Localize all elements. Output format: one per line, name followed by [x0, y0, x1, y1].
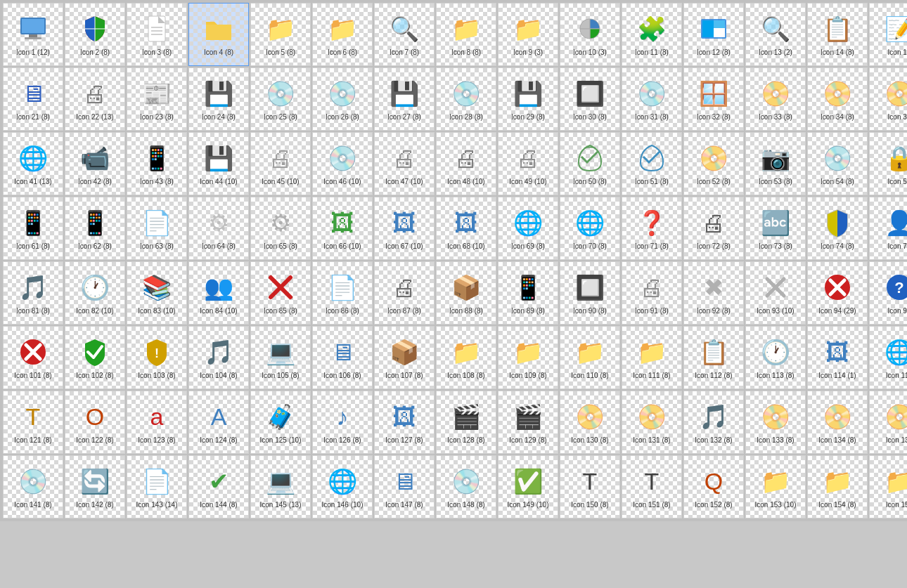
icon-cell-114[interactable]: 🖼Icon 114 (1): [807, 326, 868, 389]
icon-cell-128[interactable]: 🎬Icon 128 (8): [436, 391, 496, 454]
icon-cell-124[interactable]: AIcon 124 (8): [188, 391, 249, 454]
icon-cell-125[interactable]: 🧳Icon 125 (10): [250, 391, 311, 454]
icon-cell-42[interactable]: 📹Icon 42 (8): [65, 132, 125, 195]
icon-cell-102[interactable]: Icon 102 (8): [65, 326, 125, 389]
icon-cell-55[interactable]: 🔒Icon 55: [869, 132, 907, 195]
icon-cell-62[interactable]: 📱Icon 62 (8): [65, 197, 125, 260]
icon-cell-108[interactable]: 📁Icon 108 (8): [436, 326, 496, 389]
icon-cell-71[interactable]: ❓Icon 71 (8): [622, 197, 682, 260]
icon-cell-110[interactable]: 📁Icon 110 (8): [560, 326, 620, 389]
icon-cell-73[interactable]: 🔤Icon 73 (8): [745, 197, 806, 260]
icon-cell-8[interactable]: 📁Icon 8 (8): [436, 3, 496, 66]
icon-cell-91[interactable]: 🖨Icon 91 (8): [622, 261, 682, 325]
icon-cell-101[interactable]: Icon 101 (8): [3, 326, 63, 389]
icon-cell-7[interactable]: 🔍Icon 7 (8): [374, 3, 435, 66]
icon-cell-45[interactable]: 🖨Icon 45 (10): [250, 132, 311, 195]
icon-cell-149[interactable]: ✅Icon 149 (10): [498, 455, 558, 518]
icon-cell-132[interactable]: 🎵Icon 132 (8): [683, 391, 744, 454]
icon-cell-84[interactable]: 👥Icon 84 (10): [188, 261, 249, 325]
icon-cell-9[interactable]: 📁Icon 9 (3): [498, 3, 558, 66]
icon-cell-34[interactable]: 📀Icon 34 (8): [807, 67, 868, 131]
icon-cell-135[interactable]: 📀Icon 135: [869, 391, 907, 454]
icon-cell-23[interactable]: 📰Icon 23 (8): [127, 67, 187, 131]
icon-cell-51[interactable]: Icon 51 (8): [622, 132, 682, 195]
icon-cell-44[interactable]: 💾Icon 44 (10): [188, 132, 249, 195]
icon-cell-24[interactable]: 💾Icon 24 (8): [188, 67, 249, 131]
icon-cell-123[interactable]: aIcon 123 (8): [127, 391, 187, 454]
icon-cell-155[interactable]: 📁Icon 155: [869, 455, 907, 518]
icon-cell-15[interactable]: 📝Icon 15: [869, 3, 907, 66]
icon-cell-63[interactable]: 📄Icon 63 (8): [127, 197, 187, 260]
icon-cell-1[interactable]: Icon 1 (12): [3, 3, 63, 66]
icon-cell-43[interactable]: 📱Icon 43 (8): [127, 132, 187, 195]
icon-cell-41[interactable]: 🌐Icon 41 (13): [3, 132, 63, 195]
icon-cell-122[interactable]: OIcon 122 (8): [65, 391, 125, 454]
icon-cell-111[interactable]: 📁Icon 111 (8): [622, 326, 682, 389]
icon-cell-22[interactable]: 🖨Icon 22 (13): [65, 67, 125, 131]
icon-cell-74[interactable]: Icon 74 (8): [807, 197, 868, 260]
icon-cell-87[interactable]: 🖨Icon 87 (8): [374, 261, 435, 325]
icon-cell-126[interactable]: ♪Icon 126 (8): [312, 391, 373, 454]
icon-cell-75[interactable]: 👤Icon 75: [869, 197, 907, 260]
icon-cell-11[interactable]: 🧩Icon 11 (8): [622, 3, 682, 66]
icon-cell-89[interactable]: 📱Icon 89 (8): [498, 261, 558, 325]
icon-cell-129[interactable]: 🎬Icon 129 (8): [498, 391, 558, 454]
icon-cell-113[interactable]: 🕐Icon 113 (8): [745, 326, 806, 389]
icon-cell-68[interactable]: 🖼Icon 68 (10): [436, 197, 496, 260]
icon-cell-131[interactable]: 📀Icon 131 (8): [622, 391, 682, 454]
icon-cell-35[interactable]: 📀Icon 35: [869, 67, 907, 131]
icon-cell-142[interactable]: 🔄Icon 142 (8): [65, 455, 125, 518]
icon-cell-2[interactable]: Icon 2 (8): [65, 3, 125, 66]
icon-cell-3[interactable]: Icon 3 (8): [127, 3, 187, 66]
icon-cell-49[interactable]: 🖨Icon 49 (10): [498, 132, 558, 195]
icon-cell-10[interactable]: Icon 10 (3): [560, 3, 620, 66]
icon-cell-30[interactable]: 🔲Icon 30 (8): [560, 67, 620, 131]
icon-cell-46[interactable]: 💿Icon 46 (10): [312, 132, 373, 195]
icon-cell-85[interactable]: Icon 85 (8): [250, 261, 311, 325]
icon-cell-61[interactable]: 📱Icon 61 (8): [3, 197, 63, 260]
icon-cell-53[interactable]: 📷Icon 53 (8): [745, 132, 806, 195]
icon-cell-133[interactable]: 📀Icon 133 (8): [745, 391, 806, 454]
icon-cell-146[interactable]: 🌐Icon 146 (10): [312, 455, 373, 518]
icon-cell-64[interactable]: ⚙Icon 64 (8): [188, 197, 249, 260]
icon-cell-105[interactable]: 💻Icon 105 (8): [250, 326, 311, 389]
icon-cell-152[interactable]: QIcon 152 (8): [683, 455, 744, 518]
icon-cell-66[interactable]: 🖼Icon 66 (10): [312, 197, 373, 260]
icon-cell-47[interactable]: 🖨Icon 47 (10): [374, 132, 435, 195]
icon-cell-50[interactable]: Icon 50 (8): [560, 132, 620, 195]
icon-cell-103[interactable]: !Icon 103 (8): [127, 326, 187, 389]
icon-cell-25[interactable]: 💿Icon 25 (8): [250, 67, 311, 131]
icon-cell-94[interactable]: Icon 94 (29): [807, 261, 868, 325]
icon-cell-29[interactable]: 💾Icon 29 (8): [498, 67, 558, 131]
icon-cell-151[interactable]: TIcon 151 (8): [622, 455, 682, 518]
icon-cell-147[interactable]: 🖥Icon 147 (8): [374, 455, 435, 518]
icon-cell-90[interactable]: 🔲Icon 90 (8): [560, 261, 620, 325]
icon-cell-12[interactable]: Icon 12 (8): [683, 3, 744, 66]
icon-cell-54[interactable]: 💿Icon 54 (8): [807, 132, 868, 195]
icon-cell-150[interactable]: TIcon 150 (8): [560, 455, 620, 518]
icon-cell-148[interactable]: 💿Icon 148 (8): [436, 455, 496, 518]
icon-cell-13[interactable]: 🔍Icon 13 (2): [745, 3, 806, 66]
icon-cell-144[interactable]: ✔Icon 144 (8): [188, 455, 249, 518]
icon-cell-52[interactable]: 📀Icon 52 (8): [683, 132, 744, 195]
icon-cell-88[interactable]: 📦Icon 88 (8): [436, 261, 496, 325]
icon-cell-95[interactable]: ?Icon 95: [869, 261, 907, 325]
icon-cell-6[interactable]: 📁Icon 6 (8): [312, 3, 373, 66]
icon-cell-26[interactable]: 💿Icon 26 (8): [312, 67, 373, 131]
icon-cell-141[interactable]: 💿Icon 141 (8): [3, 455, 63, 518]
icon-cell-48[interactable]: 🖨Icon 48 (10): [436, 132, 496, 195]
icon-cell-67[interactable]: 🖼Icon 67 (10): [374, 197, 435, 260]
icon-cell-153[interactable]: 📁Icon 153 (10): [745, 455, 806, 518]
icon-cell-72[interactable]: 🖨Icon 72 (8): [683, 197, 744, 260]
icon-cell-86[interactable]: 📄Icon 86 (8): [312, 261, 373, 325]
icon-cell-28[interactable]: 💿Icon 28 (8): [436, 67, 496, 131]
icon-cell-65[interactable]: ⚙Icon 65 (8): [250, 197, 311, 260]
icon-cell-109[interactable]: 📁Icon 109 (8): [498, 326, 558, 389]
icon-cell-81[interactable]: 🎵Icon 81 (8): [3, 261, 63, 325]
icon-cell-127[interactable]: 🖼Icon 127 (8): [374, 391, 435, 454]
icon-cell-70[interactable]: 🌐Icon 70 (8): [560, 197, 620, 260]
icon-cell-4[interactable]: Icon 4 (8): [188, 3, 249, 66]
icon-cell-112[interactable]: 📋Icon 112 (8): [683, 326, 744, 389]
icon-cell-14[interactable]: 📋Icon 14 (8): [807, 3, 868, 66]
icon-cell-106[interactable]: 🖥Icon 106 (8): [312, 326, 373, 389]
